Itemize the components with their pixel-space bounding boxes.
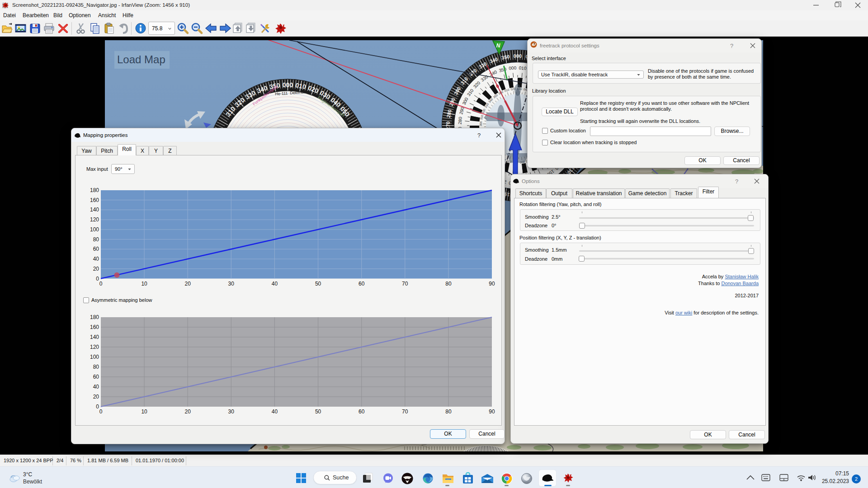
svg-text:000: 000 <box>514 53 522 59</box>
svg-text:30: 30 <box>228 408 235 415</box>
svg-text:30: 30 <box>228 280 235 286</box>
svg-text:60: 60 <box>359 280 365 286</box>
svg-text:40: 40 <box>93 384 99 390</box>
svg-text:0: 0 <box>96 404 99 410</box>
svg-text:280: 280 <box>457 117 462 125</box>
svg-text:70: 70 <box>402 408 408 415</box>
svg-text:0: 0 <box>96 275 99 282</box>
svg-text:90: 90 <box>489 408 495 415</box>
svg-text:0: 0 <box>99 408 103 415</box>
svg-text:50: 50 <box>315 280 321 286</box>
svg-text:000: 000 <box>283 81 293 89</box>
svg-text:40: 40 <box>272 408 278 415</box>
svg-text:Load Map: Load Map <box>117 53 165 66</box>
svg-text:160: 160 <box>90 197 99 203</box>
svg-text:140: 140 <box>90 334 99 340</box>
svg-text:20: 20 <box>93 394 99 400</box>
svg-text:120: 120 <box>90 344 99 350</box>
svg-text:20: 20 <box>185 280 191 286</box>
svg-text:10: 10 <box>141 280 147 286</box>
svg-text:50: 50 <box>315 408 321 415</box>
svg-text:300: 300 <box>479 121 483 127</box>
svg-text:80: 80 <box>93 236 99 242</box>
svg-text:60: 60 <box>93 246 99 252</box>
svg-text:100: 100 <box>90 226 99 232</box>
svg-text:180: 180 <box>90 314 99 320</box>
svg-text:010: 010 <box>519 65 527 70</box>
svg-text:10: 10 <box>141 408 147 415</box>
svg-text:140: 140 <box>90 206 99 213</box>
svg-text:0: 0 <box>99 280 103 286</box>
svg-text:120: 120 <box>90 216 99 223</box>
svg-text:100: 100 <box>90 354 99 360</box>
svg-text:90: 90 <box>489 280 495 286</box>
svg-text:160: 160 <box>90 324 99 330</box>
svg-text:20: 20 <box>185 408 191 415</box>
svg-text:80: 80 <box>445 280 452 286</box>
svg-text:60: 60 <box>93 374 99 380</box>
svg-text:N: N <box>496 42 500 49</box>
svg-text:70: 70 <box>402 280 408 286</box>
svg-text:80: 80 <box>445 408 452 415</box>
svg-text:40: 40 <box>93 256 99 262</box>
svg-text:60: 60 <box>359 408 365 415</box>
svg-text:000: 000 <box>509 65 517 70</box>
svg-text:20: 20 <box>93 265 99 272</box>
svg-text:40: 40 <box>272 280 278 286</box>
svg-text:80: 80 <box>93 364 99 370</box>
svg-text:180: 180 <box>90 187 99 193</box>
